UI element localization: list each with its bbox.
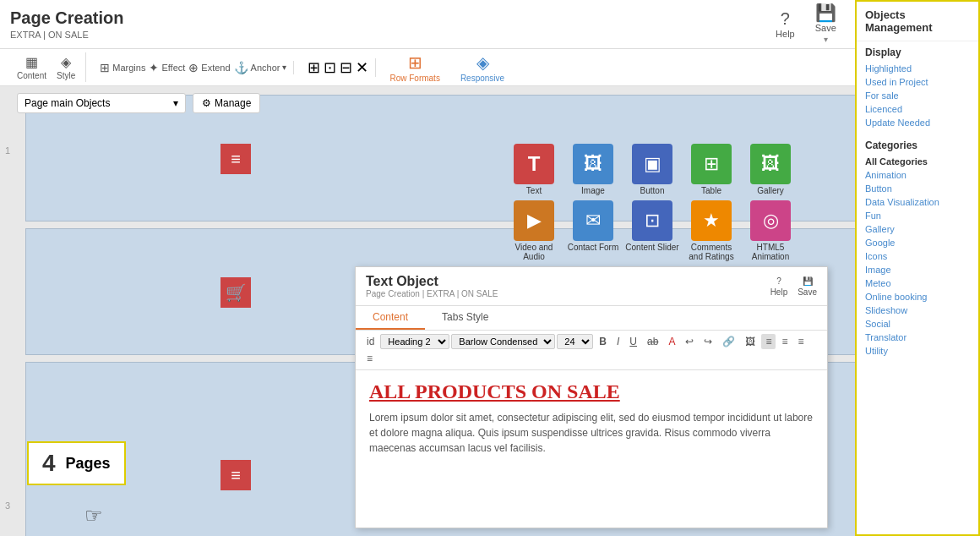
used-in-project-item[interactable]: Used in Project — [865, 75, 970, 89]
update-needed-item[interactable]: Update Needed — [865, 116, 970, 129]
responsive-btn[interactable]: ◈ Responsive — [454, 51, 511, 85]
manage-label: Manage — [215, 97, 251, 109]
utility-item[interactable]: Utility — [865, 344, 970, 358]
all-categories-item[interactable]: All Categories — [865, 155, 970, 168]
text-dialog-tabs: Content Tabs Style — [356, 306, 827, 331]
slideshow-item[interactable]: Slideshow — [865, 304, 970, 317]
button-item[interactable]: Button — [865, 182, 970, 195]
link-btn[interactable]: 🔗 — [718, 334, 739, 349]
margins-option[interactable]: ⊞ Margins — [100, 61, 145, 74]
save-label: Save — [815, 23, 836, 33]
text-dialog-header: Text Object Page Creation | EXTRA | ON S… — [356, 267, 827, 306]
italic-btn[interactable]: I — [612, 334, 623, 349]
pages-text: Pages — [66, 455, 111, 473]
align-justify-btn[interactable]: ≡ — [362, 351, 377, 366]
content-icon: ▦ — [25, 54, 38, 70]
highlighted-item[interactable]: Highlighted — [865, 62, 970, 75]
effect-option[interactable]: ✦ Effect — [149, 61, 185, 74]
canvas-obj-1[interactable]: ≡ — [220, 144, 251, 174]
save-dropdown-arrow: ▾ — [824, 35, 828, 44]
grid-icon-1[interactable]: ⊞ — [308, 58, 320, 77]
row-formats-btn[interactable]: ⊞ Row Formats — [383, 51, 446, 85]
grid-table[interactable]: ⊞ Table — [684, 144, 738, 195]
align-right-btn[interactable]: ≡ — [793, 334, 808, 349]
licenced-item[interactable]: Licenced — [865, 102, 970, 116]
font-select[interactable]: Barlow Condensed — [451, 334, 555, 349]
grid-content-slider[interactable]: ⊡ Content Slider — [625, 200, 679, 261]
grid-icon-2[interactable]: ⊡ — [324, 58, 336, 77]
objects-dropdown-arrow: ▾ — [173, 97, 178, 109]
font-size-select[interactable]: 24 18 14 12 — [557, 334, 593, 349]
extend-icon: ⊕ — [188, 61, 199, 74]
layout-icon-2[interactable]: ✕ — [356, 58, 368, 77]
icons-item[interactable]: Icons — [865, 249, 970, 263]
data-viz-item[interactable]: Data Visualization — [865, 195, 970, 209]
align-center-btn[interactable]: ≡ — [777, 334, 792, 349]
grid-image[interactable]: 🖼 Image — [566, 144, 620, 195]
objects-dropdown[interactable]: Page main Objects ▾ — [17, 93, 186, 113]
translator-item[interactable]: Translator — [865, 331, 970, 344]
underline-btn[interactable]: U — [625, 334, 641, 349]
save-button[interactable]: 💾 Save ▾ — [815, 4, 836, 44]
text-dialog-help-label: Help — [770, 287, 788, 297]
image-item[interactable]: Image — [865, 263, 970, 276]
row-formats-icon: ⊞ — [408, 52, 422, 73]
bold-btn[interactable]: B — [595, 334, 611, 349]
canvas-obj-2[interactable]: 🛒 — [220, 277, 251, 308]
redo-btn[interactable]: ↪ — [700, 334, 716, 349]
text-dialog-save-label: Save — [798, 287, 817, 297]
margins-label: Margins — [112, 63, 145, 73]
anchor-option[interactable]: ⚓ Anchor ▾ — [234, 61, 287, 74]
style-btn[interactable]: ◈ Style — [53, 52, 79, 82]
grid-contact[interactable]: ✉ Contact Form — [566, 200, 620, 261]
for-sale-item[interactable]: For sale — [865, 89, 970, 102]
text-dialog-help-btn[interactable]: ? Help — [770, 276, 788, 297]
content-label: Content — [17, 71, 46, 80]
page-subtitle: EXTRA | ON SALE — [10, 30, 123, 40]
pages-label[interactable]: 4 Pages — [27, 441, 126, 485]
categories-section-title: Categories — [865, 139, 970, 151]
canvas-obj-3[interactable]: ≡ — [220, 460, 251, 490]
tab-tabs-style[interactable]: Tabs Style — [425, 306, 505, 330]
style-icon: ◈ — [61, 54, 71, 70]
grid-comments[interactable]: ★ Comments and Ratings — [684, 200, 738, 261]
manage-button[interactable]: ⚙ Manage — [193, 93, 260, 113]
undo-btn[interactable]: ↩ — [681, 334, 698, 349]
margins-icon: ⊞ — [100, 61, 110, 74]
animation-item[interactable]: Animation — [865, 168, 970, 182]
extend-option[interactable]: ⊕ Extend — [188, 61, 230, 74]
layout-icon-1[interactable]: ⊟ — [340, 58, 352, 77]
online-booking-item[interactable]: Online booking — [865, 290, 970, 304]
tab-content[interactable]: Content — [356, 306, 425, 330]
anchor-icon: ⚓ — [234, 61, 248, 74]
text-body: Lorem ipsum dolor sit amet, consectetur … — [369, 410, 814, 456]
style-label: Style — [57, 71, 75, 80]
meteo-item[interactable]: Meteo — [865, 276, 970, 290]
anchor-arrow: ▾ — [282, 63, 286, 72]
social-item[interactable]: Social — [865, 317, 970, 331]
text-color-btn[interactable]: A — [664, 334, 679, 349]
canvas-obj-2-icon: 🛒 — [226, 282, 247, 303]
gallery-item[interactable]: Gallery — [865, 222, 970, 236]
strikethrough-btn[interactable]: ab — [643, 334, 662, 349]
undo-toolbar-icon: id — [362, 334, 378, 349]
heading-select[interactable]: Heading 2 Heading 1 Heading 3 Paragraph — [380, 334, 449, 349]
objects-dropdown-value: Page main Objects — [24, 97, 110, 109]
grid-gallery[interactable]: 🖼 Gallery — [743, 144, 798, 195]
help-button[interactable]: ? Help — [776, 10, 795, 39]
effect-label: Effect — [161, 63, 185, 73]
display-section-title: Display — [865, 46, 970, 58]
google-item[interactable]: Google — [865, 236, 970, 249]
obj-mgmt-title: Objects Management — [857, 2, 978, 41]
text-dialog-save-btn[interactable]: 💾 Save — [798, 276, 817, 297]
text-dialog-title-group: Text Object Page Creation | EXTRA | ON S… — [366, 274, 498, 298]
grid-button[interactable]: ▣ Button — [625, 144, 679, 195]
objects-dropdown-bar: Page main Objects ▾ ⚙ Manage — [17, 93, 260, 113]
grid-video[interactable]: ▶ Video and Audio — [507, 200, 561, 261]
content-btn[interactable]: ▦ Content — [14, 52, 50, 82]
grid-text[interactable]: T Text — [507, 144, 561, 195]
grid-html5[interactable]: ◎ HTML5 Animation — [743, 200, 798, 261]
fun-item[interactable]: Fun — [865, 209, 970, 222]
image-insert-btn[interactable]: 🖼 — [741, 334, 760, 349]
align-left-btn[interactable]: ≡ — [761, 334, 776, 349]
